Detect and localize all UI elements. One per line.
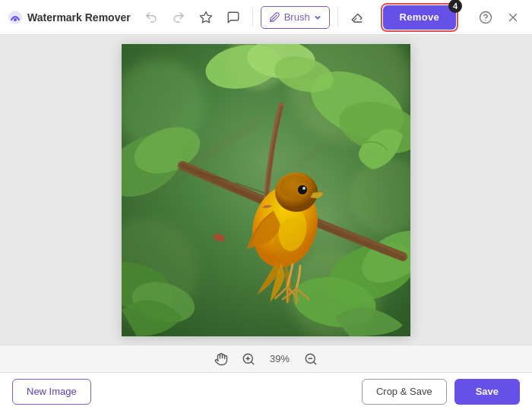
star-icon [199,11,213,24]
redo-button[interactable] [167,6,190,29]
eraser-button[interactable] [346,6,369,29]
new-image-button[interactable]: New Image [12,379,91,405]
help-button[interactable] [474,6,497,29]
chat-icon [226,11,240,24]
divider-2 [337,8,338,27]
brush-label: Brush [284,11,310,23]
save-button[interactable]: Save [454,379,520,405]
svg-line-3 [270,15,277,22]
app-logo-icon [8,10,23,25]
redo-icon [172,11,185,24]
zoom-out-button[interactable] [301,349,321,369]
zoom-in-button[interactable] [239,349,258,369]
svg-point-36 [299,186,306,194]
app-logo: Watermark Remover [8,10,131,25]
svg-line-41 [251,361,253,364]
star-button[interactable] [195,6,217,29]
chevron-down-icon [314,14,321,21]
eraser-icon [350,11,364,24]
hand-icon [214,352,228,366]
remove-button[interactable]: Remove [383,5,456,30]
canvas-area[interactable] [0,35,532,345]
app-title: Watermark Remover [27,11,131,24]
zoom-out-icon [304,352,318,366]
svg-point-4 [480,11,492,23]
undo-button[interactable] [140,6,163,29]
image-container [122,44,410,336]
toolbar: Watermark Remover Brush [0,0,532,35]
bottom-bar: New Image Crop & Save Save [0,372,532,410]
zoom-level: 39% [266,353,293,364]
close-icon [506,11,520,24]
undo-icon [144,11,158,24]
remove-badge: 4 [448,0,462,13]
pan-button[interactable] [211,349,231,369]
close-button[interactable] [502,6,524,29]
svg-point-37 [302,187,306,190]
help-icon [479,11,492,24]
svg-line-45 [313,361,315,364]
svg-point-1 [14,18,17,21]
remove-button-wrapper: Remove 4 [383,5,456,30]
bird-image [122,44,410,336]
crop-save-button[interactable]: Crop & Save [362,379,447,405]
chat-button[interactable] [222,6,245,29]
zoom-bar: 39% [0,345,532,372]
svg-marker-2 [200,11,211,22]
zoom-in-icon [242,352,255,366]
brush-icon [269,11,280,23]
divider-1 [252,8,253,27]
brush-button[interactable]: Brush [261,6,330,29]
